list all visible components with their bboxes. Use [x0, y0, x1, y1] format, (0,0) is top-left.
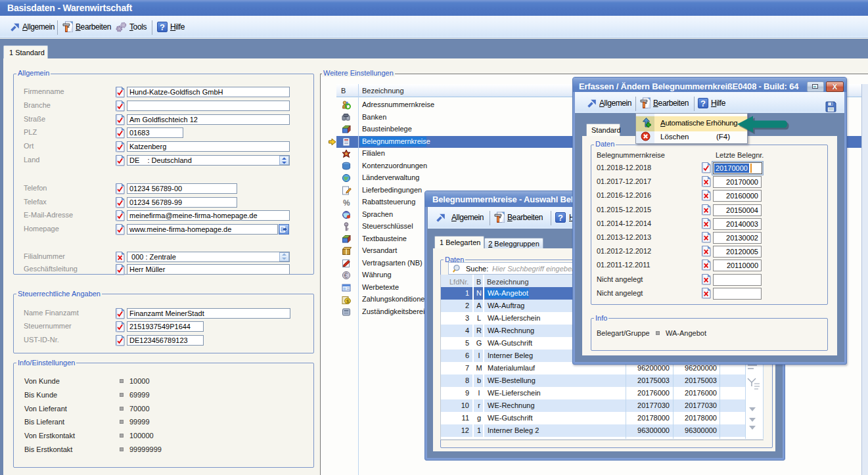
- svg-text:%: %: [343, 198, 350, 208]
- svg-text:€: €: [344, 272, 348, 279]
- svg-text:$: $: [346, 298, 350, 304]
